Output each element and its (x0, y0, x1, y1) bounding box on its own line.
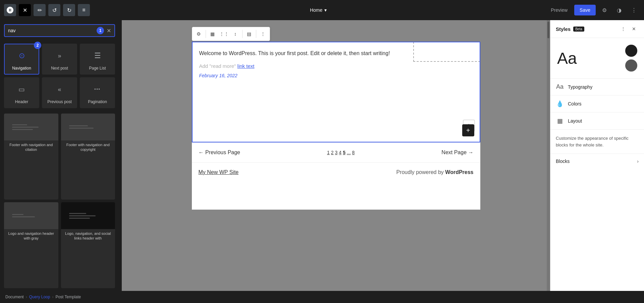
pattern-logo-nav-gray[interactable]: Logo and navigation header with gray (4, 202, 58, 288)
colors-icon: 💧 (556, 100, 564, 107)
canvas-page: + Welcome to WordPress. This is your fir… (192, 42, 480, 210)
pattern-thumb-img-1 (4, 114, 58, 140)
wordpress-link[interactable]: WordPress (445, 169, 473, 175)
preview-button[interactable]: Preview (547, 5, 572, 15)
toolbar-more-button[interactable]: ⋮ (258, 29, 268, 39)
page-num-8[interactable]: 8 (352, 150, 355, 155)
previous-page-link[interactable]: ← Previous Page (199, 149, 240, 156)
pattern-logo-nav-social[interactable]: Logo, navigation, and social links heade… (61, 202, 115, 288)
blocks-chevron-icon: › (637, 159, 639, 164)
undo-button[interactable]: ↺ (48, 4, 60, 16)
powered-by-text: Proudly powered by (396, 169, 443, 175)
navigation-block-label: Navigation (12, 66, 31, 71)
layout-icon: ▦ (556, 117, 564, 125)
canvas-scrollbar[interactable] (547, 20, 550, 291)
canvas-area: ⚙ ▦ ⋮⋮ ↕ ▤ ⋮ + Welcom (122, 20, 550, 291)
search-input[interactable] (8, 28, 94, 33)
styles-title: Styles (556, 26, 571, 32)
post-date: February 16, 2022 (199, 73, 473, 78)
color-dot-black (625, 45, 637, 57)
layout-label: Layout (568, 118, 639, 124)
toolbar-arrow-button[interactable]: ↕ (230, 29, 241, 39)
add-block-bottom-button[interactable]: + (462, 124, 474, 136)
home-label: Home (310, 7, 322, 13)
pattern-lines-1 (12, 124, 50, 130)
toolbar-link-button[interactable]: ⚙ (194, 29, 204, 39)
pattern-line (69, 218, 90, 219)
tools-button[interactable]: ≡ (78, 4, 90, 16)
settings-button[interactable]: ⚙ (598, 4, 610, 16)
page-num-2[interactable]: 2 (331, 150, 334, 155)
pattern-grid: Footer with navigation and citation Foot… (0, 111, 119, 291)
blocks-row[interactable]: Blocks › (550, 154, 644, 169)
customize-text: Customize the appearance of specific blo… (550, 130, 644, 154)
pattern-lines-2 (69, 125, 107, 129)
breadcrumb-document[interactable]: Document (5, 295, 24, 299)
home-dropdown[interactable]: Home ▾ (310, 7, 327, 13)
site-footer: My New WP Site Proudly powered by WordPr… (192, 162, 480, 182)
header-icon: ▭ (14, 81, 30, 97)
read-more-text: Add "read more" link text (199, 63, 473, 69)
styles-close-button[interactable]: ✕ (629, 24, 639, 34)
close-button[interactable]: ✕ (19, 4, 31, 16)
next-post-label: Next post (51, 66, 68, 71)
styles-options-button[interactable]: ⋮ (619, 24, 628, 34)
breadcrumb-sep-1: › (26, 295, 27, 299)
pattern-line (12, 124, 27, 125)
page-num-5[interactable]: 5 (343, 150, 345, 155)
pattern-label-1: Footer with navigation and citation (4, 140, 58, 154)
pagination-label: Pagination (88, 99, 107, 104)
left-sidebar: 1 ✕ ↗ ⊙ Navigation 2 » Next post ☰ Page … (0, 20, 119, 291)
block-item-page-list[interactable]: ☰ Page List (80, 44, 115, 75)
pattern-thumb-img-3 (4, 202, 58, 229)
styles-preview: Aa (550, 38, 644, 79)
options-button[interactable]: ⋮ (628, 4, 640, 16)
header-label: Header (15, 99, 28, 104)
block-grid: ↗ ⊙ Navigation 2 » Next post ☰ Page List… (0, 41, 119, 111)
left-scrollbar[interactable] (119, 20, 122, 291)
read-more-link[interactable]: link text (237, 63, 255, 69)
block-item-next-post[interactable]: » Next post (42, 44, 77, 75)
redo-button[interactable]: ↻ (63, 4, 75, 16)
pagination-area: ← Previous Page 1 2 3 4 5 ... 8 Next Pag… (192, 142, 480, 162)
search-box: 1 ✕ (4, 24, 115, 37)
block-item-header[interactable]: ▭ Header (4, 77, 39, 108)
pattern-thumb-img-2 (61, 114, 115, 140)
pattern-lines-3 (12, 214, 50, 217)
block-item-previous-post[interactable]: « Previous post (42, 77, 77, 108)
breadcrumb-post-template[interactable]: Post Template (55, 295, 81, 299)
colors-option[interactable]: 💧 Colors (550, 95, 644, 113)
typography-option[interactable]: Aa Typography (550, 79, 644, 95)
edit-button[interactable]: ✏ (34, 4, 46, 16)
typography-icon: Aa (556, 83, 564, 90)
wp-logo[interactable] (4, 4, 16, 16)
page-num-3[interactable]: 3 (335, 150, 338, 155)
next-post-icon: » (52, 48, 68, 64)
footer-left: My New WP Site (199, 169, 239, 175)
canvas-scroll-thumb (547, 21, 549, 38)
pattern-footer-nav-copyright[interactable]: Footer with navigation and copyright (61, 114, 115, 200)
block-item-pagination[interactable]: ••• Pagination (80, 77, 115, 108)
toolbar-layout-button[interactable]: ▦ (207, 29, 218, 39)
top-bar-center: Home ▾ (93, 7, 544, 13)
chevron-down-icon: ▾ (324, 7, 327, 13)
theme-toggle-button[interactable]: ◑ (613, 4, 625, 16)
breadcrumb-query-loop[interactable]: Query Loop (29, 295, 50, 299)
page-num-1[interactable]: 1 (327, 150, 330, 155)
pattern-line (69, 213, 86, 214)
page-num-4[interactable]: 4 (339, 150, 341, 155)
pattern-line (12, 127, 39, 128)
read-more-prefix: Add "read more" (199, 63, 236, 69)
block-item-navigation[interactable]: ↗ ⊙ Navigation 2 (4, 44, 39, 75)
save-button[interactable]: Save (574, 5, 596, 15)
previous-post-label: Previous post (47, 99, 72, 104)
pattern-footer-nav-citation[interactable]: Footer with navigation and citation (4, 114, 58, 200)
site-name-link[interactable]: My New WP Site (199, 169, 239, 175)
next-page-link[interactable]: Next Page → (441, 149, 473, 156)
search-clear-button[interactable]: ✕ (107, 28, 111, 34)
canvas-inner[interactable]: ⚙ ▦ ⋮⋮ ↕ ▤ ⋮ + Welcom (122, 20, 550, 291)
toolbar-align-button[interactable]: ▤ (244, 29, 255, 39)
layout-option[interactable]: ▦ Layout (550, 113, 644, 130)
toolbar-grid-button[interactable]: ⋮⋮ (219, 29, 229, 39)
pattern-line (12, 129, 33, 130)
